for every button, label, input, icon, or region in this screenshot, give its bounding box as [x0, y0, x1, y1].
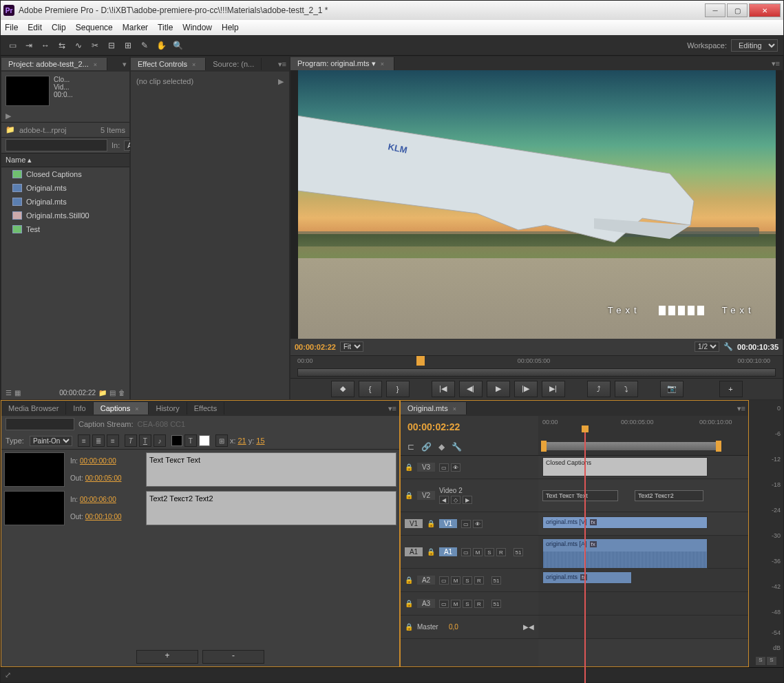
go-to-in-button[interactable]: |◀	[432, 381, 455, 397]
solo-right[interactable]: S	[767, 657, 776, 665]
bin-item[interactable]: Original.mts	[1, 181, 129, 195]
track-lane-a1[interactable]: original.mts [A]fx	[538, 536, 748, 569]
track-lane-master[interactable]	[538, 616, 748, 639]
rolling-tool-icon[interactable]: ⇆	[56, 39, 68, 52]
mark-out-button[interactable]: }	[386, 381, 410, 397]
track-header-a1[interactable]: A1 🔒 A1 ▭MSR51	[401, 536, 538, 569]
bin-item[interactable]: Closed Captions	[1, 167, 129, 181]
tab-close-icon[interactable]: ×	[450, 406, 459, 412]
new-item-icon[interactable]: ▤	[109, 389, 116, 397]
panel-menu-icon[interactable]: ▾≡	[275, 60, 289, 69]
close-button[interactable]: ✕	[749, 3, 781, 17]
export-frame-button[interactable]: 📷	[660, 381, 684, 397]
search-input[interactable]	[6, 139, 107, 151]
timeline-ruler[interactable]: 00:00 00:00:05:00 00:00:10:00	[538, 416, 748, 438]
ripple-tool-icon[interactable]: ↔	[39, 39, 52, 52]
linked-selection-icon[interactable]: 🔗	[421, 442, 432, 452]
timeline-zoom-bar[interactable]	[538, 438, 748, 456]
resolution-select[interactable]: 1/2	[695, 342, 719, 352]
lock-icon[interactable]: 🔒	[427, 548, 435, 556]
menu-window[interactable]: Window	[182, 23, 212, 32]
out-tc[interactable]: 00:00:05:00	[85, 474, 122, 482]
clip-text2[interactable]: Text2 Текст2	[635, 490, 703, 501]
track-header-v1[interactable]: V1 🔒 V1 ▭👁	[401, 512, 538, 536]
lock-icon[interactable]: 🔒	[405, 576, 413, 584]
eye-icon[interactable]: 👁	[451, 463, 460, 472]
sequence-tab[interactable]: Original.mts ×	[401, 402, 467, 414]
text-bg-icon[interactable]: T	[184, 434, 197, 447]
rate-tool-icon[interactable]: ∿	[72, 39, 85, 52]
source-tab[interactable]: Source: (n...	[206, 58, 262, 70]
track-toggle-icon[interactable]: ▭	[461, 520, 471, 528]
caption-item[interactable]: In: 00:00:00:00 Out: 00:00:05:00	[4, 452, 396, 487]
go-to-out-button[interactable]: ▶|	[542, 381, 565, 397]
maximize-button[interactable]: ▢	[727, 3, 748, 17]
clip-video[interactable]: original.mts [V]fx	[542, 516, 708, 529]
track-header-a3[interactable]: 🔒 A3 ▭MSR51	[401, 592, 538, 616]
hand-tool-icon[interactable]: ✋	[155, 39, 167, 52]
clip-audio1[interactable]: original.mts [A]fx	[542, 538, 708, 569]
type-select[interactable]: Paint-On	[30, 436, 72, 446]
track-select-icon[interactable]: ⇥	[23, 39, 35, 52]
tab-dropdown-icon[interactable]: ▾	[372, 59, 376, 67]
lift-button[interactable]: ⤴	[587, 381, 611, 397]
playhead-marker[interactable]	[416, 356, 425, 366]
settings-icon[interactable]: 🔧	[452, 442, 462, 452]
scroll-bar[interactable]	[297, 368, 776, 377]
track-header-v3[interactable]: 🔒 V3 ▭👁	[401, 456, 538, 479]
razor-tool-icon[interactable]: ✂	[89, 39, 101, 52]
program-ruler[interactable]: 00:00 00:00:05:00 00:00:10:00	[290, 355, 783, 378]
snap-icon[interactable]: ⊏	[407, 442, 414, 452]
timeline-timecode[interactable]: 00:00:02:22	[401, 416, 538, 438]
track-toggle-icon[interactable]: ▭	[439, 576, 449, 585]
list-view-icon[interactable]: ☰	[6, 389, 12, 397]
track-toggle-icon[interactable]: ▭	[461, 548, 471, 556]
new-bin-icon[interactable]: 📁	[98, 389, 107, 397]
settings-icon[interactable]: 🔧	[723, 342, 733, 351]
playhead-icon[interactable]	[582, 425, 589, 432]
menu-help[interactable]: Help	[222, 23, 239, 32]
step-fwd-button[interactable]: |▶	[514, 381, 538, 397]
effect-controls-tab[interactable]: Effect Controls ×	[131, 58, 206, 70]
align-center-icon[interactable]: ≣	[92, 434, 105, 447]
tab-close-icon[interactable]: ×	[378, 61, 387, 67]
clip-cc[interactable]: Closed Captions	[542, 457, 708, 476]
track-lane-v1[interactable]: original.mts [V]fx	[538, 512, 748, 536]
chevron-right-icon[interactable]: ▶	[278, 77, 284, 86]
icon-view-icon[interactable]: ▦	[14, 389, 21, 397]
delete-caption-button[interactable]: -	[202, 650, 264, 664]
track-toggle-icon[interactable]: ▭	[439, 600, 449, 608]
panel-menu-icon[interactable]: ▾≡	[769, 59, 783, 68]
step-back-button[interactable]: ◀|	[459, 381, 483, 397]
workspace-select[interactable]: Editing	[731, 39, 778, 52]
menu-file[interactable]: File	[5, 23, 18, 32]
caption-text-input[interactable]	[146, 491, 396, 525]
menu-title[interactable]: Title	[158, 23, 173, 32]
solo-left[interactable]: S	[756, 657, 765, 665]
lock-icon[interactable]: 🔒	[405, 463, 413, 471]
tab-captions[interactable]: Captions ×	[94, 402, 149, 414]
captions-search-input[interactable]	[6, 418, 74, 430]
current-timecode[interactable]: 00:00:02:22	[295, 343, 336, 351]
program-monitor[interactable]: KLM Text Text	[290, 70, 783, 339]
x-value[interactable]: 21	[237, 437, 246, 445]
menu-clip[interactable]: Clip	[52, 23, 66, 32]
keyframe-next-icon[interactable]: ▶	[463, 496, 472, 504]
fg-swatch[interactable]	[199, 435, 210, 446]
in-tc[interactable]: 00:00:00:00	[80, 457, 116, 465]
clip-audio2[interactable]: original.mtsfx	[542, 571, 632, 584]
trash-icon[interactable]: 🗑	[118, 389, 125, 397]
bin-item[interactable]: Original.mts	[1, 195, 129, 209]
bin-item[interactable]: Original.mts.Still00	[1, 209, 129, 222]
menu-sequence[interactable]: Sequence	[76, 23, 113, 32]
play-button[interactable]: ▶	[487, 381, 510, 397]
panel-menu-icon[interactable]: ▾≡	[385, 404, 399, 413]
lock-icon[interactable]: 🔒	[405, 600, 413, 607]
position-grid-icon[interactable]: ⊞	[215, 434, 228, 447]
project-tab[interactable]: Project: adobe-testt_2... ×	[1, 58, 107, 70]
fit-select[interactable]: Fit	[340, 342, 363, 352]
play-preview-icon[interactable]: ▶	[6, 112, 11, 120]
track-header-master[interactable]: 🔒 Master 0,0 ▶◀	[401, 616, 538, 639]
track-lane-a3[interactable]	[538, 592, 748, 616]
underline-icon[interactable]: T	[139, 434, 151, 447]
